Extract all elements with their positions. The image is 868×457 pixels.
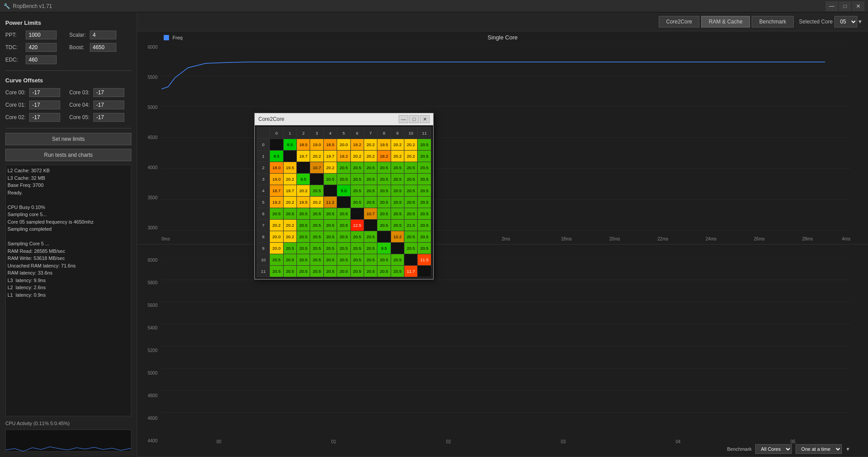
popup-minimize-button[interactable]: —	[399, 115, 408, 123]
matrix-cell: 20.2	[350, 151, 364, 162]
close-button[interactable]: ✕	[852, 1, 864, 11]
matrix-cell: 9.0	[337, 185, 350, 197]
tdc-input[interactable]	[26, 43, 57, 52]
matrix-cell: 10.7	[364, 208, 377, 220]
benchmark-nav-button[interactable]: Benchmark	[752, 16, 794, 27]
matrix-row-label: 2	[257, 162, 270, 174]
log-line: L2 Cache: 3072 KB	[8, 167, 129, 174]
matrix-cell: 21.5	[404, 220, 418, 231]
core2core-popup[interactable]: Core2Core — □ ✕ 0 1	[254, 113, 434, 279]
matrix-cell: 12.5	[350, 220, 364, 231]
log-line: L2 latency: 2.6ns	[8, 284, 129, 291]
core00-input[interactable]	[29, 88, 60, 97]
core01-input[interactable]	[29, 101, 60, 109]
y-label: 5500	[148, 75, 157, 80]
matrix-col-1: 1	[283, 128, 296, 139]
matrix-cell: 20.5	[418, 231, 431, 243]
matrix-cell: 20.5	[418, 185, 431, 197]
y-label: 4800	[148, 393, 157, 398]
matrix-cell: 20.5	[364, 266, 377, 277]
matrix-cell: 20.5	[418, 139, 431, 151]
matrix-cell	[404, 254, 418, 266]
matrix-cell: 18.0	[270, 162, 283, 174]
timing-select[interactable]: One at a time	[795, 444, 842, 454]
top-chart: Single Core Freq 6000 5500 5000 4500 400…	[137, 31, 868, 244]
matrix-cell: 20.5	[364, 231, 377, 243]
set-limits-button[interactable]: Set new limits	[5, 133, 131, 145]
matrix-cell: 20.5	[323, 208, 337, 220]
minimize-button[interactable]: —	[826, 1, 838, 11]
ppt-field: PPT:	[5, 31, 68, 39]
matrix-cell: 20.5	[337, 174, 350, 185]
matrix-cell: 20.2	[391, 151, 404, 162]
matrix-cell: 20.5	[337, 208, 350, 220]
matrix-cell: 20.5	[364, 254, 377, 266]
benchmark-controls: Benchmark All Cores One at a time ▼	[727, 444, 850, 454]
divider-1	[5, 70, 131, 71]
x-label: 18ms	[561, 236, 572, 241]
scalar-field: Scalar: 4	[69, 31, 132, 39]
matrix-row-label: 1	[257, 151, 270, 162]
benchmark-label: Benchmark	[727, 446, 752, 452]
matrix-row: 418.719.720.220.59.020.520.520.520.520.5…	[257, 185, 431, 197]
curve-offsets-title: Curve Offsets	[5, 77, 131, 84]
matrix-cell: 20.5	[323, 231, 337, 243]
sidebar: Power Limits PPT: Scalar: 4 TDC: Boost: …	[0, 12, 137, 457]
popup-title-bar[interactable]: Core2Core — □ ✕	[255, 113, 433, 125]
ppt-input[interactable]	[26, 31, 57, 39]
x-label: 24ms	[706, 236, 716, 241]
x-label: 22ms	[657, 236, 668, 241]
log-line: Core 05 sampled frequency is 4650mhz	[8, 218, 129, 226]
log-line: Uncached RAM latency: 71.6ns	[8, 262, 129, 270]
matrix-cell: 20.5	[283, 208, 296, 220]
core03-field: Core 03:	[69, 88, 132, 97]
matrix-cell: 20.5	[310, 243, 323, 254]
matrix-row-label: 8	[257, 231, 270, 243]
popup-close-button[interactable]: ✕	[420, 115, 430, 123]
matrix-cell: 20.5	[350, 231, 364, 243]
tdc-field: TDC:	[5, 43, 68, 52]
matrix-cell: 20.5	[391, 185, 404, 197]
matrix-cell: 20.5	[350, 174, 364, 185]
divider-2	[5, 128, 131, 128]
matrix-cell: 20.5	[310, 208, 323, 220]
matrix-cell: 20.2	[283, 220, 296, 231]
matrix-row: 1020.520.520.520.520.520.520.520.520.520…	[257, 254, 431, 266]
matrix-cell: 20.2	[404, 151, 418, 162]
selected-core-select[interactable]: 05 00 01 02 03 04	[834, 16, 857, 27]
matrix-cell: 20.5	[310, 220, 323, 231]
core2core-nav-button[interactable]: Core2Core	[659, 16, 700, 27]
app-icon: 🔧	[4, 3, 10, 9]
x-label: 05	[791, 439, 795, 444]
core04-input[interactable]	[93, 101, 124, 109]
x-label: 04	[676, 439, 680, 444]
core04-field: Core 04:	[69, 101, 132, 109]
core05-input[interactable]	[93, 113, 124, 122]
maximize-button[interactable]: □	[839, 1, 851, 11]
matrix-row-label: 5	[257, 197, 270, 208]
matrix-cell: 20.5	[391, 174, 404, 185]
edc-input[interactable]	[26, 55, 57, 64]
log-line: Base Freq: 3700	[8, 182, 129, 189]
matrix-cell: 20.5	[310, 266, 323, 277]
matrix-cell: 20.5	[350, 266, 364, 277]
matrix-cell: 20.5	[377, 254, 391, 266]
matrix-cell: 20.5	[297, 254, 310, 266]
x-label: 4ms	[842, 236, 850, 241]
popup-maximize-button[interactable]: □	[409, 115, 419, 123]
x-label: 28ms	[802, 236, 813, 241]
core03-input[interactable]	[93, 88, 124, 97]
matrix-col-8: 8	[377, 128, 391, 139]
matrix-cell	[377, 231, 391, 243]
all-cores-select[interactable]: All Cores	[755, 444, 792, 454]
matrix-row: 920.020.520.520.520.520.520.520.59.520.5…	[257, 243, 431, 254]
ram-cache-nav-button[interactable]: RAM & Cache	[701, 16, 750, 27]
core04-label: Core 04:	[69, 102, 90, 108]
core02-input[interactable]	[29, 113, 60, 122]
matrix-cell: 20.5	[310, 231, 323, 243]
log-line: Ready.	[8, 189, 129, 197]
matrix-cell: 20.5	[350, 254, 364, 266]
run-tests-button[interactable]: Run tests and charts	[5, 149, 131, 161]
matrix-cell: 20.5	[323, 220, 337, 231]
y-label: 6000	[148, 258, 157, 263]
